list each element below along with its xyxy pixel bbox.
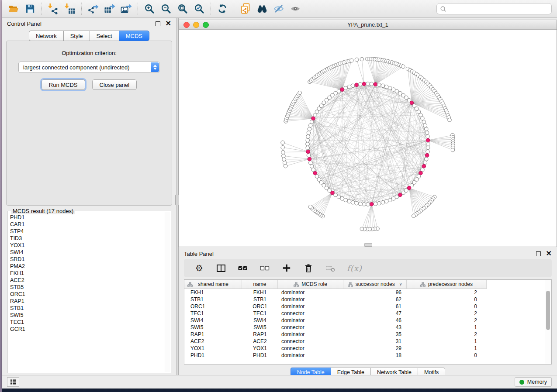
mcds-result-item[interactable]: YOX1	[10, 242, 164, 249]
zoom-out-button[interactable]	[158, 2, 174, 16]
zoom-in-button[interactable]	[141, 2, 158, 16]
open-folder-icon	[8, 4, 19, 14]
horizontal-splitter-grabber[interactable]	[364, 243, 372, 247]
delete-column-icon[interactable]	[303, 262, 314, 274]
table-row[interactable]: SWI4SWI4dominator462	[184, 317, 551, 324]
panels-list-button[interactable]	[7, 377, 19, 387]
tab-mcds[interactable]: MCDS	[119, 31, 149, 41]
zoom-fit-icon	[177, 3, 188, 14]
mcds-result-item[interactable]: ACE2	[10, 277, 164, 284]
add-column-icon[interactable]	[281, 262, 292, 274]
export-network-button[interactable]	[85, 2, 101, 16]
search-input[interactable]	[449, 5, 548, 12]
mcds-result-item[interactable]: SRD1	[10, 256, 164, 263]
cell-successor-nodes: 18	[343, 352, 407, 358]
cell-shared-name: STB1	[184, 296, 242, 303]
network-canvas[interactable]	[179, 30, 557, 247]
mcds-result-item[interactable]: CAR1	[10, 221, 164, 228]
table-row[interactable]: YOX1YOX1connector291	[184, 345, 551, 352]
tree-icon	[420, 282, 426, 287]
cell-successor-nodes: 31	[343, 338, 407, 344]
network-title: YPA_prune.txt_1	[347, 22, 388, 28]
table-row[interactable]: PHD1PHD1dominator180	[184, 352, 551, 359]
vertical-splitter[interactable]	[176, 18, 179, 375]
gear-icon[interactable]: ⚙	[194, 262, 204, 274]
cell-successor-nodes: 96	[343, 289, 407, 296]
float-panel-icon[interactable]	[156, 21, 160, 26]
zoom-selected-button[interactable]	[191, 2, 208, 16]
table-row[interactable]: SWI5SWI5connector431	[184, 324, 551, 331]
zoom-fit-button[interactable]	[174, 2, 191, 16]
save-session-button[interactable]	[22, 2, 38, 16]
result-scrollbar[interactable]	[165, 212, 170, 372]
table-row[interactable]: ACE2ACE2connector311	[184, 338, 551, 345]
mcds-result-item[interactable]: ORC1	[10, 291, 164, 298]
mcds-result-item[interactable]: GCR1	[10, 326, 164, 333]
cell-shared-name: TEC1	[184, 310, 242, 316]
float-table-panel-icon[interactable]	[536, 251, 541, 256]
table-row[interactable]: FKH1FKH1dominator962	[184, 289, 551, 296]
tab-style[interactable]: Style	[63, 31, 90, 41]
cell-shared-name: PHD1	[184, 352, 242, 358]
split-columns-icon[interactable]	[216, 262, 226, 274]
mcds-result-item[interactable]: SWI4	[10, 249, 164, 256]
refresh-layout-button[interactable]	[214, 2, 231, 16]
mcds-result-item[interactable]: FKH1	[10, 270, 164, 277]
export-image-icon	[121, 3, 132, 14]
export-image-button[interactable]	[118, 2, 135, 16]
column-header-successor-nodes[interactable]: successor nodes∨	[343, 280, 407, 289]
table-row[interactable]: ORC1ORC1dominator610	[184, 303, 551, 310]
table-panel: Table Panel ✕ ⚙ f(x)	[179, 248, 557, 375]
export-table-button[interactable]	[101, 2, 118, 16]
run-mcds-button[interactable]: Run MCDS	[42, 79, 85, 90]
table-scrollbar[interactable]	[545, 280, 551, 364]
right-column: YPA_prune.txt_1 Table Panel ✕ ⚙	[179, 18, 557, 375]
criterion-dropdown[interactable]: largest connected component (undirected)	[18, 62, 160, 73]
memory-button[interactable]: Memory	[515, 377, 552, 387]
cell-predecessor-nodes: 2	[407, 310, 487, 316]
tree-icon	[348, 282, 353, 287]
cell-predecessor-nodes: 0	[407, 352, 487, 358]
zoom-out-icon	[161, 3, 171, 14]
tab-select[interactable]: Select	[90, 31, 119, 41]
tab-network[interactable]: Network	[29, 31, 63, 41]
close-table-panel-icon[interactable]: ✕	[546, 251, 552, 256]
cell-name: ORC1	[242, 303, 278, 309]
window-maximize-icon[interactable]	[203, 22, 209, 28]
table-row[interactable]: TEC1TEC1connector472	[184, 310, 551, 317]
table-row[interactable]: STB1STB1dominator620	[184, 296, 551, 303]
hide-details-button[interactable]	[270, 2, 287, 16]
sort-chevron-icon[interactable]: ∨	[399, 282, 402, 286]
table-scrollbar-thumb[interactable]	[546, 291, 550, 330]
mcds-result-item[interactable]: STP4	[10, 228, 164, 235]
mcds-result-item[interactable]: STB1	[10, 305, 164, 312]
mcds-result-item[interactable]: RAP1	[10, 298, 164, 305]
deselect-all-checkboxes-icon[interactable]	[259, 262, 270, 274]
select-all-checkboxes-icon[interactable]	[238, 262, 248, 274]
open-session-button[interactable]	[5, 2, 22, 16]
window-minimize-icon[interactable]	[193, 22, 199, 28]
cell-predecessor-nodes: 1	[407, 338, 487, 344]
mcds-result-item[interactable]: PHD1	[10, 214, 164, 221]
mcds-result-item[interactable]: STB5	[10, 284, 164, 291]
import-table-button[interactable]	[62, 2, 78, 16]
column-header-name[interactable]: name	[242, 280, 278, 289]
search-binoculars-button[interactable]	[254, 2, 270, 16]
window-close-icon[interactable]	[183, 22, 190, 28]
close-panel-icon[interactable]: ✕	[166, 21, 171, 26]
close-panel-button[interactable]: Close panel	[92, 79, 137, 90]
mcds-result-item[interactable]: TEC1	[10, 319, 164, 326]
column-header-predecessor-nodes[interactable]: predecessor nodes	[407, 280, 487, 289]
table-row[interactable]: RAP1RAP1dominator352	[184, 331, 551, 338]
mcds-result-item[interactable]: PMA2	[10, 263, 164, 270]
show-details-button[interactable]	[287, 2, 304, 16]
mcds-result-item[interactable]: SWI5	[10, 312, 164, 319]
column-header-MCDS-role[interactable]: MCDS role	[278, 280, 343, 289]
clone-network-button[interactable]	[237, 2, 254, 16]
column-header-shared-name[interactable]: shared name	[184, 280, 242, 289]
mcds-result-title: MCDS result (17 nodes)	[11, 208, 75, 214]
cell-predecessor-nodes: 1	[407, 324, 487, 330]
import-network-button[interactable]	[45, 2, 62, 16]
cell-name: ACE2	[242, 338, 278, 344]
mcds-result-item[interactable]: TID3	[10, 235, 164, 242]
